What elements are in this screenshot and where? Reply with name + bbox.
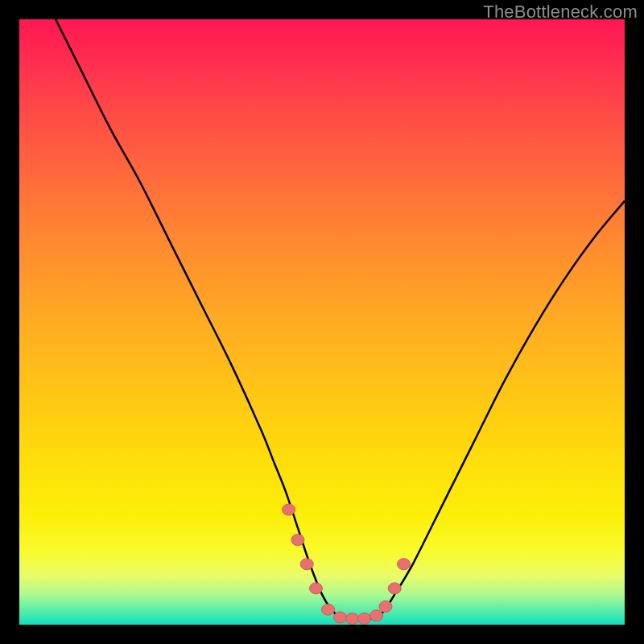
curve-marker xyxy=(358,613,371,624)
curve-marker xyxy=(388,583,401,594)
curve-marker xyxy=(398,559,411,570)
marker-group xyxy=(283,504,411,624)
curve-marker xyxy=(291,535,304,546)
curve-marker xyxy=(334,612,347,623)
curve-marker xyxy=(370,610,383,621)
curve-marker xyxy=(283,504,295,515)
curve-marker xyxy=(322,604,335,615)
curve-marker xyxy=(346,613,359,624)
bottleneck-chart-svg xyxy=(19,19,625,625)
curve-marker xyxy=(309,583,322,594)
watermark-text: TheBottleneck.com xyxy=(483,2,638,23)
chart-frame: TheBottleneck.com xyxy=(0,0,644,644)
curve-marker xyxy=(300,559,313,570)
curve-marker xyxy=(379,601,392,612)
bottleneck-curve xyxy=(56,19,625,619)
plot-area xyxy=(19,19,625,625)
